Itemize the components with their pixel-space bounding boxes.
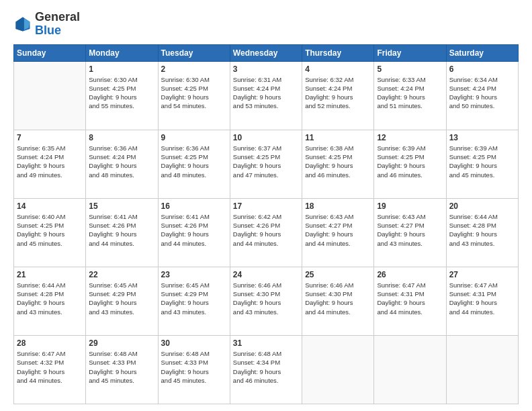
day-number: 17: [233, 201, 299, 211]
calendar-cell: [446, 335, 518, 404]
day-number: 31: [233, 338, 299, 348]
calendar-cell: 12Sunrise: 6:39 AM Sunset: 4:25 PM Dayli…: [374, 130, 446, 198]
day-number: 9: [161, 133, 227, 142]
page: General Blue SundayMondayTuesdayWednesda…: [0, 0, 532, 411]
day-info: Sunrise: 6:43 AM Sunset: 4:27 PM Dayligh…: [377, 212, 443, 248]
calendar-header: SundayMondayTuesdayWednesdayThursdayFrid…: [14, 44, 519, 61]
weekday-header-tuesday: Tuesday: [158, 44, 230, 61]
weekday-header-thursday: Thursday: [302, 44, 374, 61]
day-info: Sunrise: 6:38 AM Sunset: 4:25 PM Dayligh…: [305, 144, 371, 179]
day-info: Sunrise: 6:37 AM Sunset: 4:25 PM Dayligh…: [233, 144, 299, 179]
day-info: Sunrise: 6:47 AM Sunset: 4:31 PM Dayligh…: [377, 281, 443, 316]
day-number: 5: [377, 64, 443, 74]
calendar-cell: 21Sunrise: 6:44 AM Sunset: 4:28 PM Dayli…: [14, 267, 86, 335]
calendar-cell: 8Sunrise: 6:36 AM Sunset: 4:24 PM Daylig…: [86, 130, 158, 198]
day-number: 27: [449, 270, 515, 279]
day-number: 20: [449, 201, 515, 211]
calendar-cell: 10Sunrise: 6:37 AM Sunset: 4:25 PM Dayli…: [230, 130, 302, 198]
calendar-cell: 2Sunrise: 6:30 AM Sunset: 4:25 PM Daylig…: [158, 61, 230, 130]
day-info: Sunrise: 6:35 AM Sunset: 4:24 PM Dayligh…: [17, 144, 83, 179]
calendar-week-4: 28Sunrise: 6:47 AM Sunset: 4:32 PM Dayli…: [14, 335, 519, 404]
calendar-week-0: 1Sunrise: 6:30 AM Sunset: 4:25 PM Daylig…: [14, 61, 519, 130]
calendar-table: SundayMondayTuesdayWednesdayThursdayFrid…: [13, 44, 519, 404]
calendar-cell: 27Sunrise: 6:47 AM Sunset: 4:31 PM Dayli…: [446, 267, 518, 335]
day-info: Sunrise: 6:36 AM Sunset: 4:24 PM Dayligh…: [89, 144, 154, 179]
calendar-cell: 7Sunrise: 6:35 AM Sunset: 4:24 PM Daylig…: [14, 130, 86, 198]
calendar-cell: 16Sunrise: 6:41 AM Sunset: 4:26 PM Dayli…: [158, 198, 230, 267]
calendar-week-3: 21Sunrise: 6:44 AM Sunset: 4:28 PM Dayli…: [14, 267, 519, 335]
calendar-cell: 26Sunrise: 6:47 AM Sunset: 4:31 PM Dayli…: [374, 267, 446, 335]
calendar-week-1: 7Sunrise: 6:35 AM Sunset: 4:24 PM Daylig…: [14, 130, 519, 198]
day-info: Sunrise: 6:45 AM Sunset: 4:29 PM Dayligh…: [89, 281, 154, 316]
day-number: 7: [17, 133, 83, 142]
header: General Blue: [13, 11, 519, 38]
day-info: Sunrise: 6:33 AM Sunset: 4:24 PM Dayligh…: [377, 75, 443, 111]
day-number: 6: [449, 64, 515, 74]
day-number: 18: [305, 201, 371, 211]
day-info: Sunrise: 6:39 AM Sunset: 4:25 PM Dayligh…: [377, 144, 443, 179]
calendar-cell: 22Sunrise: 6:45 AM Sunset: 4:29 PM Dayli…: [86, 267, 158, 335]
calendar-cell: 23Sunrise: 6:45 AM Sunset: 4:29 PM Dayli…: [158, 267, 230, 335]
day-number: 16: [161, 201, 227, 211]
weekday-header-monday: Monday: [86, 44, 158, 61]
day-info: Sunrise: 6:30 AM Sunset: 4:25 PM Dayligh…: [89, 75, 154, 111]
svg-marker-2: [16, 17, 24, 31]
calendar-cell: [14, 61, 86, 130]
calendar-cell: 28Sunrise: 6:47 AM Sunset: 4:32 PM Dayli…: [14, 335, 86, 404]
day-info: Sunrise: 6:46 AM Sunset: 4:30 PM Dayligh…: [233, 281, 299, 316]
day-number: 15: [89, 201, 154, 211]
day-info: Sunrise: 6:41 AM Sunset: 4:26 PM Dayligh…: [89, 212, 154, 248]
calendar-week-2: 14Sunrise: 6:40 AM Sunset: 4:25 PM Dayli…: [14, 198, 519, 267]
day-info: Sunrise: 6:32 AM Sunset: 4:24 PM Dayligh…: [305, 75, 371, 111]
calendar-cell: 30Sunrise: 6:48 AM Sunset: 4:33 PM Dayli…: [158, 335, 230, 404]
calendar-cell: 5Sunrise: 6:33 AM Sunset: 4:24 PM Daylig…: [374, 61, 446, 130]
day-number: 26: [377, 270, 443, 279]
day-number: 14: [17, 201, 83, 211]
calendar-body: 1Sunrise: 6:30 AM Sunset: 4:25 PM Daylig…: [14, 61, 519, 404]
calendar-cell: 17Sunrise: 6:42 AM Sunset: 4:26 PM Dayli…: [230, 198, 302, 267]
calendar-cell: 3Sunrise: 6:31 AM Sunset: 4:24 PM Daylig…: [230, 61, 302, 130]
calendar-cell: 14Sunrise: 6:40 AM Sunset: 4:25 PM Dayli…: [14, 198, 86, 267]
day-number: 10: [233, 133, 299, 142]
calendar-cell: 31Sunrise: 6:48 AM Sunset: 4:34 PM Dayli…: [230, 335, 302, 404]
calendar-cell: 9Sunrise: 6:36 AM Sunset: 4:25 PM Daylig…: [158, 130, 230, 198]
day-info: Sunrise: 6:41 AM Sunset: 4:26 PM Dayligh…: [161, 212, 227, 248]
day-info: Sunrise: 6:44 AM Sunset: 4:28 PM Dayligh…: [17, 281, 83, 316]
day-info: Sunrise: 6:46 AM Sunset: 4:30 PM Dayligh…: [305, 281, 371, 316]
calendar-cell: 11Sunrise: 6:38 AM Sunset: 4:25 PM Dayli…: [302, 130, 374, 198]
calendar-cell: 4Sunrise: 6:32 AM Sunset: 4:24 PM Daylig…: [302, 61, 374, 130]
calendar-cell: 20Sunrise: 6:44 AM Sunset: 4:28 PM Dayli…: [446, 198, 518, 267]
day-number: 2: [161, 64, 227, 74]
calendar-cell: 25Sunrise: 6:46 AM Sunset: 4:30 PM Dayli…: [302, 267, 374, 335]
day-info: Sunrise: 6:47 AM Sunset: 4:32 PM Dayligh…: [17, 349, 83, 385]
day-number: 22: [89, 270, 154, 279]
day-info: Sunrise: 6:48 AM Sunset: 4:33 PM Dayligh…: [161, 349, 227, 385]
day-info: Sunrise: 6:47 AM Sunset: 4:31 PM Dayligh…: [449, 281, 515, 316]
day-info: Sunrise: 6:44 AM Sunset: 4:28 PM Dayligh…: [449, 212, 515, 248]
day-number: 8: [89, 133, 154, 142]
day-number: 23: [161, 270, 227, 279]
day-number: 24: [233, 270, 299, 279]
logo: General Blue: [13, 11, 80, 38]
weekday-header-saturday: Saturday: [446, 44, 518, 61]
calendar-cell: 13Sunrise: 6:39 AM Sunset: 4:25 PM Dayli…: [446, 130, 518, 198]
day-number: 21: [17, 270, 83, 279]
weekday-row: SundayMondayTuesdayWednesdayThursdayFrid…: [14, 44, 519, 61]
logo-text: General Blue: [35, 11, 80, 38]
day-number: 28: [17, 338, 83, 348]
day-info: Sunrise: 6:39 AM Sunset: 4:25 PM Dayligh…: [449, 144, 515, 179]
day-number: 19: [377, 201, 443, 211]
weekday-header-wednesday: Wednesday: [230, 44, 302, 61]
day-number: 4: [305, 64, 371, 74]
weekday-header-sunday: Sunday: [14, 44, 86, 61]
day-number: 1: [89, 64, 154, 74]
calendar-cell: [302, 335, 374, 404]
day-info: Sunrise: 6:31 AM Sunset: 4:24 PM Dayligh…: [233, 75, 299, 111]
calendar-cell: 1Sunrise: 6:30 AM Sunset: 4:25 PM Daylig…: [86, 61, 158, 130]
day-info: Sunrise: 6:42 AM Sunset: 4:26 PM Dayligh…: [233, 212, 299, 248]
day-info: Sunrise: 6:40 AM Sunset: 4:25 PM Dayligh…: [17, 212, 83, 248]
day-info: Sunrise: 6:43 AM Sunset: 4:27 PM Dayligh…: [305, 212, 371, 248]
day-number: 12: [377, 133, 443, 142]
day-info: Sunrise: 6:30 AM Sunset: 4:25 PM Dayligh…: [161, 75, 227, 111]
day-number: 29: [89, 338, 154, 348]
